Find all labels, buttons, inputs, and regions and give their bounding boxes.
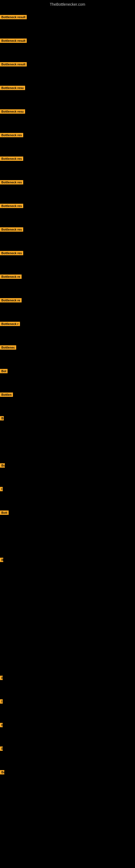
bottleneck-badge-18: B (0, 416, 4, 421)
bottleneck-badge-6: Bottleneck res (0, 133, 23, 137)
bottleneck-badge-10: Bottleneck res (0, 227, 23, 231)
bottleneck-badge-11: Bottleneck res (0, 251, 23, 255)
bottleneck-badge-26: B (0, 746, 3, 751)
bottleneck-badge-21: Bott (0, 510, 9, 515)
bottleneck-badge-17: Bottlen (0, 393, 13, 397)
bottleneck-badge-23: B (0, 676, 3, 680)
bottleneck-badge-1: Bottleneck result (0, 15, 27, 19)
bottleneck-badge-19: Bo (0, 463, 5, 468)
bottleneck-badge-27: Bo (0, 770, 4, 774)
bottleneck-badge-4: Bottleneck resu (0, 86, 25, 90)
bottleneck-badge-24: I (0, 699, 3, 704)
bottleneck-badge-15: Bottlenec (0, 345, 16, 350)
bottleneck-badge-22: B (0, 558, 3, 562)
bottleneck-badge-9: Bottleneck res (0, 204, 23, 208)
bottleneck-badge-5: Bottleneck resu (0, 109, 25, 114)
bottleneck-badge-25: B (0, 723, 3, 727)
bottleneck-badge-14: Bottleneck r (0, 322, 20, 326)
bottleneck-badge-3: Bottleneck result (0, 62, 27, 66)
bottleneck-badge-2: Bottleneck result (0, 38, 27, 43)
bottleneck-badge-12: Bottleneck re (0, 275, 21, 279)
site-title: TheBottlenecker.com (0, 0, 135, 8)
bottleneck-badge-20: I (0, 487, 3, 491)
bottleneck-badge-13: Bottleneck re (0, 298, 21, 303)
bottleneck-badge-7: Bottleneck res (0, 156, 23, 161)
bottleneck-badge-16: Bot (0, 369, 8, 373)
bottleneck-badge-8: Bottleneck res (0, 180, 23, 184)
